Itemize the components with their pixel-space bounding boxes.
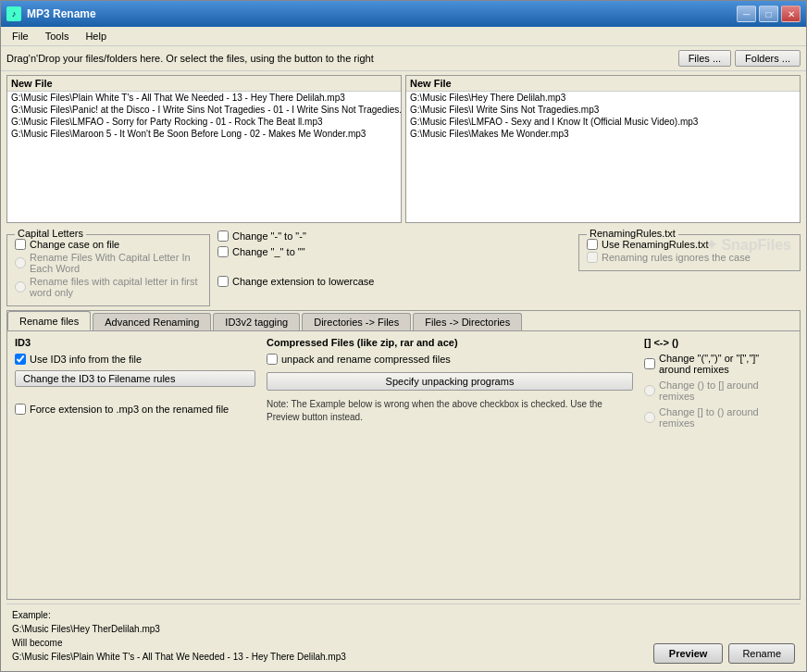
specify-button[interactable]: Specify unpacking programs <box>267 372 633 391</box>
remixes-section: [] <-> () Change "(",")" or "[","]" arou… <box>644 337 792 593</box>
example-line1: G:\Music Files\Hey TherDelilah.mp3 <box>12 624 160 634</box>
force-mp3-checkbox[interactable] <box>15 404 26 415</box>
minimize-button[interactable]: ─ <box>737 6 756 22</box>
main-content: New File G:\Music Files\Plain White T's … <box>1 71 806 671</box>
change-extension-label[interactable]: Change extension to lowercase <box>217 276 571 287</box>
id3-section: ID3 Use ID3 info from the file Change th… <box>15 337 255 593</box>
menu-bar: File Tools Help <box>1 27 806 46</box>
toolbar: Drag'n'Drop your files/folders here. Or … <box>1 46 806 71</box>
rename-button[interactable]: Rename <box>728 643 795 664</box>
change-dash-label[interactable]: Change "-" to "-" <box>217 230 571 242</box>
id3-title: ID3 <box>15 337 255 348</box>
options-area: Capital Letters Change case on file Rena… <box>6 227 801 306</box>
compressed-title: Compressed Files (like zip, rar and ace) <box>267 337 633 348</box>
example-line2: Will become <box>12 638 62 648</box>
file-list-right-header: New File <box>406 76 800 92</box>
change-to-round-label[interactable]: Change [] to () around remixes <box>644 406 792 429</box>
tabs-area: Rename files Advanced Renaming ID3v2 tag… <box>6 310 801 600</box>
list-item[interactable]: G:\Music Files\Plain White T's - All Tha… <box>7 92 401 104</box>
rules-ignore-label[interactable]: Renaming rules ignores the case <box>587 252 792 263</box>
unpack-label[interactable]: unpack and rename compressed files <box>267 354 633 365</box>
use-rules-text: Use RenamingRules.txt <box>602 239 709 250</box>
change-remixes-text: Change "(",")" or "[","]" around remixes <box>659 353 792 375</box>
use-id3-text: Use ID3 info from the file <box>30 354 142 365</box>
tab-id3v2-tagging[interactable]: ID3v2 tagging <box>213 313 300 330</box>
remixes-title: [] <-> () <box>644 337 792 348</box>
window-title: MP3 Rename <box>27 7 96 20</box>
change-extension-text: Change extension to lowercase <box>232 276 374 287</box>
change-to-round-radio[interactable] <box>644 412 655 423</box>
list-item[interactable]: G:\Music Files\Panic! at the Disco - I W… <box>7 104 401 116</box>
rules-ignore-text: Renaming rules ignores the case <box>602 252 751 263</box>
use-rules-checkbox[interactable] <box>587 239 598 250</box>
rename-capital-first-label[interactable]: Rename files with capital letter in firs… <box>15 276 202 298</box>
rename-capital-first-text: Rename files with capital letter in firs… <box>30 276 202 298</box>
unpack-text: unpack and rename compressed files <box>281 354 451 365</box>
rename-capital-each-label[interactable]: Rename Files With Capital Letter In Each… <box>15 252 202 274</box>
menu-help[interactable]: Help <box>78 29 114 44</box>
renaming-rules-title: RenamingRules.txt <box>587 228 678 239</box>
change-remixes-checkbox[interactable] <box>644 358 655 369</box>
change-id3-button[interactable]: Change the ID3 to Filename rules <box>15 370 255 387</box>
force-mp3-label[interactable]: Force extension to .mp3 on the renamed f… <box>15 404 255 415</box>
folders-button[interactable]: Folders ... <box>735 50 801 67</box>
change-dash-text: Change "-" to "-" <box>232 230 306 242</box>
middle-options: Change "-" to "-" Change "_" to "" Chang… <box>217 230 571 289</box>
change-underscore-checkbox[interactable] <box>217 246 229 257</box>
title-bar: ♪ MP3 Rename ─ □ ✕ <box>1 1 806 27</box>
example-title: Example: <box>12 610 51 620</box>
menu-file[interactable]: File <box>5 29 36 44</box>
close-button[interactable]: ✕ <box>781 6 801 22</box>
change-to-square-radio[interactable] <box>644 385 655 396</box>
example-line3: G:\Music Files\Plain White T's - All Tha… <box>12 652 346 662</box>
capital-letters-title: Capital Letters <box>15 228 86 239</box>
change-to-square-label[interactable]: Change () to [] around remixes <box>644 380 792 402</box>
change-to-round-text: Change [] to () around remixes <box>659 406 792 429</box>
tab-files-directories[interactable]: Files -> Directories <box>413 313 522 330</box>
example-text: Example: G:\Music Files\Hey TherDelilah.… <box>12 608 346 664</box>
maximize-button[interactable]: □ <box>759 6 778 22</box>
rename-capital-first-radio[interactable] <box>15 281 26 292</box>
file-list-right[interactable]: New File G:\Music Files\Hey There Delila… <box>405 75 801 223</box>
change-extension-checkbox[interactable] <box>217 276 229 287</box>
files-button[interactable]: Files ... <box>678 50 731 67</box>
use-id3-label[interactable]: Use ID3 info from the file <box>15 354 255 365</box>
file-list-area: New File G:\Music Files\Plain White T's … <box>6 75 801 223</box>
list-item[interactable]: G:\Music Files\Hey There Delilah.mp3 <box>406 92 800 104</box>
change-underscore-text: Change "_" to "" <box>232 246 305 257</box>
use-id3-checkbox[interactable] <box>15 354 26 365</box>
file-list-left-header: New File <box>7 76 401 92</box>
change-remixes-label[interactable]: Change "(",")" or "[","]" around remixes <box>644 353 792 375</box>
change-to-square-text: Change () to [] around remixes <box>659 380 792 402</box>
app-icon: ♪ <box>6 6 21 21</box>
list-item[interactable]: G:\Music Files\Maroon 5 - It Won't Be So… <box>7 128 401 140</box>
capital-letters-group: Capital Letters Change case on file Rena… <box>6 234 210 306</box>
renaming-rules-group: RenamingRules.txt Use RenamingRules.txt … <box>578 234 801 271</box>
tab-advanced-renaming[interactable]: Advanced Renaming <box>93 313 211 330</box>
file-list-left[interactable]: New File G:\Music Files\Plain White T's … <box>6 75 402 223</box>
change-case-checkbox[interactable] <box>15 239 26 250</box>
tab-directories-files[interactable]: Directories -> Files <box>302 313 411 330</box>
rules-ignore-checkbox[interactable] <box>587 252 598 263</box>
use-rules-label[interactable]: Use RenamingRules.txt <box>587 239 792 250</box>
change-case-checkbox-label[interactable]: Change case on file <box>15 239 202 250</box>
bottom-buttons: Preview Rename <box>653 643 795 664</box>
drag-drop-text: Drag'n'Drop your files/folders here. Or … <box>6 53 675 64</box>
menu-tools[interactable]: Tools <box>38 29 77 44</box>
change-dash-checkbox[interactable] <box>217 230 229 242</box>
unpack-checkbox[interactable] <box>267 354 278 365</box>
preview-button[interactable]: Preview <box>653 643 724 664</box>
list-item[interactable]: G:\Music Files\Makes Me Wonder.mp3 <box>406 128 800 140</box>
list-item[interactable]: G:\Music Files\LMFAO - Sexy and I Know I… <box>406 116 800 128</box>
rename-capital-each-text: Rename Files With Capital Letter In Each… <box>30 252 202 274</box>
tab-rename-files[interactable]: Rename files <box>7 311 91 330</box>
change-underscore-label[interactable]: Change "_" to "" <box>217 246 571 257</box>
tab-bar: Rename files Advanced Renaming ID3v2 tag… <box>7 311 800 331</box>
change-case-label: Change case on file <box>30 239 119 250</box>
list-item[interactable]: G:\Music Files\LMFAO - Sorry for Party R… <box>7 116 401 128</box>
list-item[interactable]: G:\Music Files\I Write Sins Not Tragedie… <box>406 104 800 116</box>
force-mp3-text: Force extension to .mp3 on the renamed f… <box>30 404 229 415</box>
rename-capital-each-radio[interactable] <box>15 257 26 268</box>
compressed-section: Compressed Files (like zip, rar and ace)… <box>267 337 633 593</box>
compressed-note: Note: The Example below is wrong when th… <box>267 398 633 424</box>
